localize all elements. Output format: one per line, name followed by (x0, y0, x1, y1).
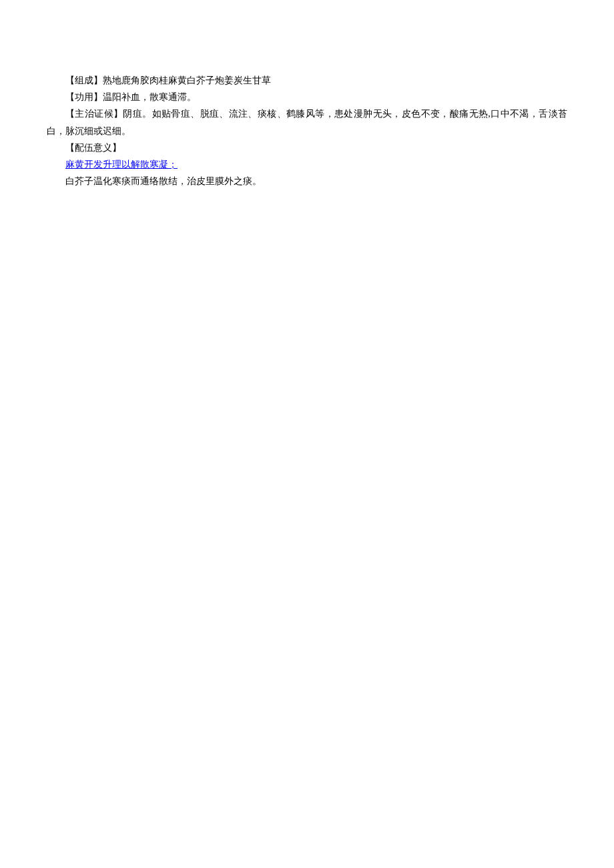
section-label: 【组成】 (65, 75, 103, 85)
paragraph-function: 【功用】温阳补血，散寒通滞。 (47, 89, 567, 105)
paragraph-compatibility-header: 【配伍意义】 (47, 139, 567, 156)
section-content: 熟地鹿角胶肉桂麻黄白芥子炮姜炭生甘草 (103, 75, 271, 85)
paragraph-baijiezi: 白芥子温化寒痰而通络散结，治皮里膜外之痰。 (47, 173, 567, 189)
document-body: 【组成】熟地鹿角胶肉桂麻黄白芥子炮姜炭生甘草 【功用】温阳补血，散寒通滞。 【主… (47, 72, 567, 189)
section-label: 【功用】 (65, 92, 103, 102)
paragraph-composition: 【组成】熟地鹿角胶肉桂麻黄白芥子炮姜炭生甘草 (47, 72, 567, 89)
section-label: 【配伍意义】 (65, 143, 121, 153)
paragraph-mahuang: 麻黄开发升理以解散寒凝； (47, 156, 567, 173)
section-content: 温阳补血，散寒通滞。 (103, 92, 196, 102)
link-text-mahuang[interactable]: 麻黄开发升理以解散寒凝； (65, 159, 178, 169)
section-content: 阴疽。如贴骨疽、脱疽、流注、痰核、鹤膝风等，患处漫肿无头，皮色不变，酸痛无热,口… (47, 109, 567, 135)
paragraph-indication: 【主治证候】阴疽。如贴骨疽、脱疽、流注、痰核、鹤膝风等，患处漫肿无头，皮色不变，… (47, 105, 567, 139)
section-content: 白芥子温化寒痰而通络散结，治皮里膜外之痰。 (65, 176, 262, 186)
section-label: 【主治证候】 (65, 109, 123, 119)
